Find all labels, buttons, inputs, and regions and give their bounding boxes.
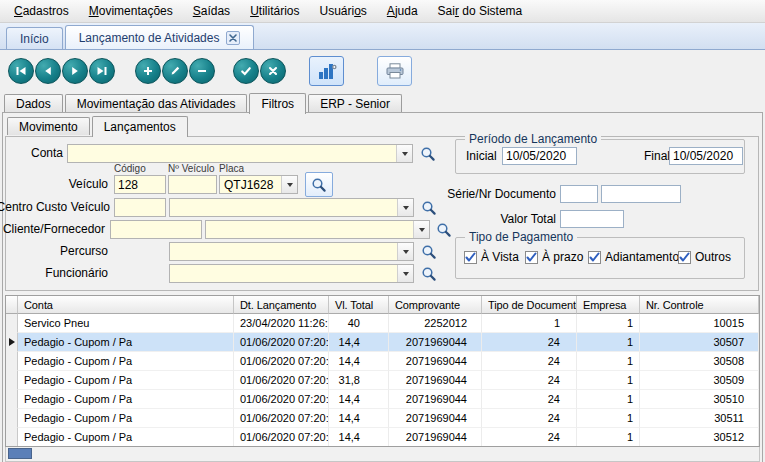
grid-header-vl-total[interactable]: Vl. Total	[329, 296, 389, 314]
veiculo-placa-combo[interactable]: QTJ1628	[219, 175, 298, 194]
cell-conta: Pedagio - Cupom / Pa	[18, 371, 234, 390]
print-button[interactable]	[377, 56, 412, 86]
menu-saidas[interactable]: Saídas	[183, 2, 240, 20]
tab-filtros[interactable]: Filtros	[249, 93, 306, 114]
checkbox-adiantamento[interactable]: Adiantamento	[588, 250, 679, 264]
close-tab-icon[interactable]	[226, 31, 240, 45]
table-row[interactable]: Pedagio - Cupom / Pa 01/06/2020 07:20:11…	[6, 371, 759, 390]
funcionario-dropdown-icon[interactable]	[397, 265, 413, 282]
data-final-input[interactable]	[669, 147, 743, 165]
percurso-search-icon[interactable]	[419, 242, 439, 262]
table-row-selected[interactable]: Pedagio - Cupom / Pa 01/06/2020 07:20:11…	[6, 333, 759, 352]
cell-vl: 14,4	[329, 428, 389, 447]
cell-dt: 01/06/2020 07:20:11	[234, 390, 329, 409]
cell-dt: 01/06/2020 07:20:11	[234, 409, 329, 428]
last-record-button[interactable]	[89, 58, 115, 84]
cell-tipo: 1	[482, 314, 577, 333]
cancel-button[interactable]	[260, 58, 286, 84]
cliente-search-icon[interactable]	[434, 220, 454, 240]
veiculo-placa-dropdown-icon[interactable]	[281, 176, 297, 193]
placa-label: Placa	[219, 163, 244, 174]
nr-documento-input[interactable]	[601, 185, 681, 203]
row-indicator	[6, 314, 18, 333]
document-tab-bar: Início Lançamento de Atividades	[0, 23, 765, 50]
centro-custo-combo[interactable]	[169, 198, 414, 217]
cell-vl: 31,8	[329, 371, 389, 390]
checkbox-outros-box[interactable]	[678, 251, 691, 264]
percurso-dropdown-icon[interactable]	[397, 243, 413, 260]
periodo-group-title: Período de Lançamento	[465, 132, 601, 146]
cell-comprovante: 2071969044	[389, 428, 482, 447]
tab-movimento[interactable]: Movimento	[7, 117, 90, 135]
grid-header-dt-lancamento[interactable]: Dt. Lançamento	[234, 296, 329, 314]
veiculo-search-button[interactable]	[305, 172, 333, 197]
centro-custo-dropdown-icon[interactable]	[397, 199, 413, 216]
grid-header-indicator	[6, 296, 18, 314]
edit-button[interactable]	[162, 58, 188, 84]
conta-label: Conta	[31, 147, 63, 160]
grid-header-comprovante[interactable]: Comprovante	[389, 296, 482, 314]
tab-lancamentos[interactable]: Lançamentos	[92, 116, 188, 137]
centro-custo-codigo-input[interactable]	[114, 198, 166, 217]
checkbox-outros[interactable]: Outros	[678, 250, 731, 264]
menu-usuarios[interactable]: Usuários	[309, 2, 376, 20]
checkbox-a-prazo[interactable]: À prazo	[525, 250, 583, 264]
scrollbar-thumb[interactable]	[8, 448, 32, 459]
table-row[interactable]: Pedagio - Cupom / Pa 01/06/2020 07:20:11…	[6, 409, 759, 428]
menu-ajuda[interactable]: Ajuda	[377, 2, 428, 20]
valor-total-input[interactable]	[560, 210, 624, 228]
cell-empresa: 1	[577, 333, 640, 352]
tab-movimentacao-das-atividades[interactable]: Movimentação das Atividades	[65, 94, 248, 112]
cell-empresa: 1	[577, 352, 640, 371]
grid-header-conta[interactable]: Conta	[18, 296, 234, 314]
menu-utilitarios[interactable]: Utilitários	[240, 2, 309, 20]
centro-custo-search-icon[interactable]	[419, 198, 439, 218]
cell-empresa: 1	[577, 390, 640, 409]
cell-tipo: 24	[482, 409, 577, 428]
table-row[interactable]: Pedagio - Cupom / Pa 01/06/2020 07:20:11…	[6, 390, 759, 409]
confirm-button[interactable]	[233, 58, 259, 84]
grid-header-tipo-documento[interactable]: Tipo de Documento	[482, 296, 577, 314]
grid-header-empresa[interactable]: Empresa	[577, 296, 640, 314]
funcionario-combo[interactable]	[169, 264, 414, 283]
cell-vl: 14,4	[329, 352, 389, 371]
tab-dados[interactable]: Dados	[4, 94, 63, 112]
checkbox-a-vista[interactable]: À Vista	[464, 250, 519, 264]
cell-comprovante: 2252012	[389, 314, 482, 333]
horizontal-scrollbar[interactable]	[5, 447, 760, 462]
cell-empresa: 1	[577, 371, 640, 390]
cliente-combo[interactable]	[205, 220, 430, 239]
tab-erp-senior[interactable]: ERP - Senior	[308, 94, 402, 112]
menu-movimentacoes[interactable]: Movimentações	[79, 2, 183, 20]
first-record-button[interactable]	[8, 58, 34, 84]
tab-lancamento-de-atividades[interactable]: Lançamento de Atividades	[65, 25, 255, 49]
table-row[interactable]: Pedagio - Cupom / Pa 01/06/2020 07:20:11…	[6, 428, 759, 447]
percurso-combo[interactable]	[169, 242, 414, 261]
tab-inicio[interactable]: Início	[6, 27, 63, 49]
checkbox-a-prazo-label: À prazo	[542, 250, 583, 264]
menu-cadastros[interactable]: Cadastros	[4, 2, 79, 20]
funcionario-search-icon[interactable]	[419, 264, 439, 284]
data-inicial-input[interactable]	[502, 147, 577, 165]
delete-button[interactable]	[189, 58, 215, 84]
conta-dropdown-icon[interactable]	[396, 145, 412, 162]
conta-search-icon[interactable]	[418, 144, 438, 164]
menu-sair-do-sistema[interactable]: Sair do Sistema	[428, 2, 533, 20]
row-indicator	[6, 428, 18, 447]
checkbox-a-vista-box[interactable]	[464, 251, 477, 264]
add-button[interactable]	[135, 58, 161, 84]
cliente-dropdown-icon[interactable]	[413, 221, 429, 238]
table-row[interactable]: Pedagio - Cupom / Pa 01/06/2020 07:20:11…	[6, 352, 759, 371]
veiculo-numero-input[interactable]	[168, 175, 217, 194]
conta-combo[interactable]	[67, 144, 413, 163]
grid-header-nr-controle[interactable]: Nr. Controle	[640, 296, 759, 314]
table-row[interactable]: Servico Pneu 23/04/2020 11:26:30 40 2252…	[6, 314, 759, 333]
veiculo-codigo-input[interactable]	[114, 175, 166, 194]
checkbox-a-prazo-box[interactable]	[525, 251, 538, 264]
cliente-codigo-input[interactable]	[110, 220, 202, 239]
previous-record-button[interactable]	[35, 58, 61, 84]
chart-button[interactable]	[309, 56, 344, 86]
serie-input[interactable]	[560, 185, 598, 203]
next-record-button[interactable]	[62, 58, 88, 84]
checkbox-adiantamento-box[interactable]	[588, 251, 601, 264]
